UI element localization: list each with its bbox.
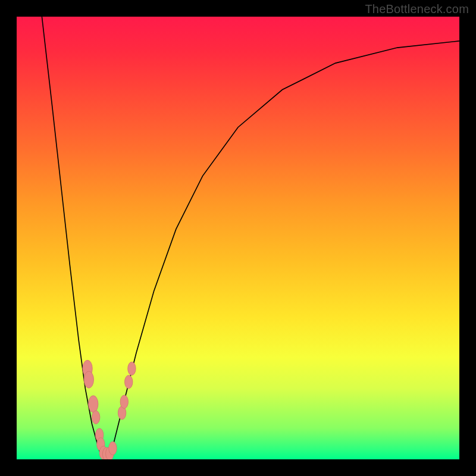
- plot-area: [17, 17, 459, 459]
- chart-svg: [17, 17, 459, 459]
- data-marker: [120, 395, 128, 408]
- data-marker: [92, 411, 99, 424]
- data-marker: [84, 371, 93, 388]
- curve-group: [42, 17, 459, 457]
- data-marker: [128, 362, 136, 375]
- curve-left-branch: [42, 17, 102, 457]
- attribution-text: TheBottleneck.com: [365, 2, 469, 16]
- curve-right-branch: [107, 41, 459, 457]
- chart-frame: TheBottleneck.com: [0, 0, 476, 476]
- data-marker: [89, 396, 98, 412]
- marker-group: [83, 360, 136, 459]
- data-marker: [109, 441, 117, 455]
- data-marker: [125, 375, 133, 389]
